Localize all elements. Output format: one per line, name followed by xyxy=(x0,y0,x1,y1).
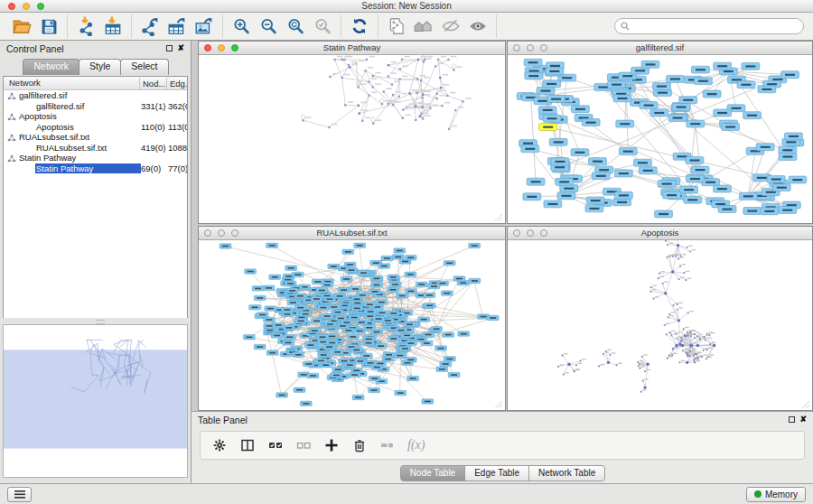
collection-label[interactable]: RUALsubset.sif.txt xyxy=(19,132,89,143)
close-panel-icon[interactable]: ✘ xyxy=(799,415,807,424)
minimize-view-icon[interactable] xyxy=(527,229,534,237)
network-row[interactable]: RUALsubset.sif.txt419(0)1088... xyxy=(4,143,187,154)
zoom-out-button[interactable] xyxy=(255,14,282,38)
network-list[interactable]: Network Nod... Edg... galfiltered.sifgal… xyxy=(3,76,188,320)
network-window-apoptosis[interactable]: Apoptosis xyxy=(507,226,813,411)
minimize-view-icon[interactable] xyxy=(218,44,225,51)
overview-canvas[interactable] xyxy=(4,325,187,477)
float-panel-icon[interactable] xyxy=(166,45,173,51)
collection-row[interactable]: Statin Pathway xyxy=(4,153,187,163)
close-view-icon[interactable] xyxy=(513,229,520,237)
network-window-galfiltered[interactable]: galfiltered.sif xyxy=(507,41,813,224)
rual-window-titlebar[interactable]: RUALsubset.sif.txt xyxy=(199,227,505,240)
zoom-fit-button[interactable] xyxy=(282,14,309,38)
show-all-button[interactable] xyxy=(410,14,437,38)
open-session-button[interactable] xyxy=(8,14,35,38)
control-panel: Control Panel ✘ NetworkStyleSelect Netwo… xyxy=(0,41,192,483)
close-panel-icon[interactable]: ✘ xyxy=(177,44,184,52)
delete-row-button[interactable] xyxy=(351,437,368,453)
zoom-view-icon[interactable] xyxy=(231,44,238,51)
network-label[interactable]: RUALsubset.sif.txt xyxy=(36,143,107,154)
minimize-window-icon[interactable] xyxy=(23,3,30,10)
zoom-selected-button[interactable] xyxy=(309,14,336,38)
export-network-button[interactable] xyxy=(136,14,164,38)
select-all-button[interactable] xyxy=(267,437,284,453)
function-builder-button[interactable]: f(x) xyxy=(407,438,425,453)
close-window-icon[interactable] xyxy=(8,3,15,10)
collection-label[interactable]: Apoptosis xyxy=(19,111,57,122)
network-window-statin[interactable]: Statin Pathway xyxy=(198,41,506,224)
close-view-icon[interactable] xyxy=(204,44,211,51)
network-label[interactable]: Apoptosis xyxy=(36,122,74,133)
network-canvas[interactable] xyxy=(199,240,505,410)
collection-row[interactable]: Apoptosis xyxy=(4,111,187,122)
collection-label[interactable]: Statin Pathway xyxy=(19,153,76,163)
split-view-icon xyxy=(240,438,255,453)
duplicate-window-button[interactable] xyxy=(383,14,410,38)
search-input[interactable] xyxy=(633,21,798,33)
hide-details-button[interactable] xyxy=(437,14,464,38)
close-view-icon[interactable] xyxy=(513,44,520,51)
collection-row[interactable]: galfiltered.sif xyxy=(4,90,187,101)
import-network-button[interactable] xyxy=(72,14,99,38)
statin-window-titlebar[interactable]: Statin Pathway xyxy=(199,42,505,55)
overview-viewport-rect[interactable] xyxy=(4,350,187,448)
add-row-button[interactable] xyxy=(323,437,340,453)
network-window-rual[interactable]: RUALsubset.sif.txt xyxy=(198,226,506,411)
show-panels-button[interactable] xyxy=(7,487,32,502)
network-label[interactable]: galfiltered.sif xyxy=(36,101,84,112)
collection-row[interactable]: RUALsubset.sif.txt xyxy=(4,132,187,143)
tab-network-table[interactable]: Network Table xyxy=(528,465,605,481)
edge-count: 1088... xyxy=(168,143,188,154)
minimize-view-icon[interactable] xyxy=(527,44,534,51)
zoom-view-icon[interactable] xyxy=(231,229,238,237)
network-canvas[interactable] xyxy=(508,55,812,223)
panel-splitter[interactable] xyxy=(0,318,191,324)
network-label-selected[interactable]: Statin Pathway xyxy=(35,163,141,174)
column-edges[interactable]: Edg... xyxy=(166,78,188,90)
apoptosis-window-titlebar[interactable]: Apoptosis xyxy=(508,227,812,240)
network-row[interactable]: Apoptosis110(0)113(0) xyxy=(4,122,187,133)
split-view-button[interactable] xyxy=(239,437,256,453)
tab-node-table[interactable]: Node Table xyxy=(400,465,465,481)
collection-label[interactable]: galfiltered.sif xyxy=(19,90,67,101)
zoom-in-button[interactable] xyxy=(228,14,255,38)
memory-button[interactable]: Memory xyxy=(746,487,806,502)
galfiltered-window-titlebar[interactable]: galfiltered.sif xyxy=(508,42,812,55)
column-network[interactable]: Network xyxy=(9,78,41,88)
network-row[interactable]: galfiltered.sif331(1)362(0) xyxy=(4,101,187,112)
search-box[interactable] xyxy=(614,18,804,34)
minimize-view-icon[interactable] xyxy=(218,229,225,237)
birds-eye-view[interactable] xyxy=(3,324,188,478)
tab-style[interactable]: Style xyxy=(79,59,121,75)
tab-edge-table[interactable]: Edge Table xyxy=(464,465,529,481)
galfiltered-view[interactable] xyxy=(508,55,812,223)
network-canvas[interactable] xyxy=(199,55,505,223)
zoom-window-icon[interactable] xyxy=(37,3,44,10)
float-panel-icon[interactable] xyxy=(789,416,795,423)
tab-select[interactable]: Select xyxy=(120,59,168,75)
network-canvas[interactable] xyxy=(508,240,812,410)
close-view-icon[interactable] xyxy=(204,229,211,237)
show-details-button[interactable] xyxy=(464,14,491,38)
deselect-all-button[interactable] xyxy=(295,437,312,453)
save-session-button[interactable] xyxy=(35,14,62,38)
column-nodes[interactable]: Nod... xyxy=(139,78,165,90)
export-table-button[interactable] xyxy=(164,14,191,38)
window-titlebar[interactable]: Session: New Session xyxy=(0,0,813,13)
merge-tables-button[interactable] xyxy=(379,437,396,453)
tab-network[interactable]: Network xyxy=(23,59,79,75)
apoptosis-view[interactable] xyxy=(508,240,812,410)
rual-view[interactable] xyxy=(199,240,505,410)
zoom-view-icon[interactable] xyxy=(540,229,547,237)
refresh-view-button[interactable] xyxy=(346,14,373,38)
network-row[interactable]: Statin Pathway69(0)77(0) xyxy=(4,163,187,174)
control-panel-header: Control Panel ✘ xyxy=(0,41,191,56)
table-settings-button[interactable] xyxy=(211,437,228,453)
export-image-button[interactable] xyxy=(191,14,218,38)
zoom-view-icon[interactable] xyxy=(540,44,547,51)
network-list-header[interactable]: Network Nod... Edg... xyxy=(4,77,187,90)
statin-view[interactable] xyxy=(199,55,505,223)
show-details-icon xyxy=(467,16,489,36)
import-table-button[interactable] xyxy=(99,14,126,38)
